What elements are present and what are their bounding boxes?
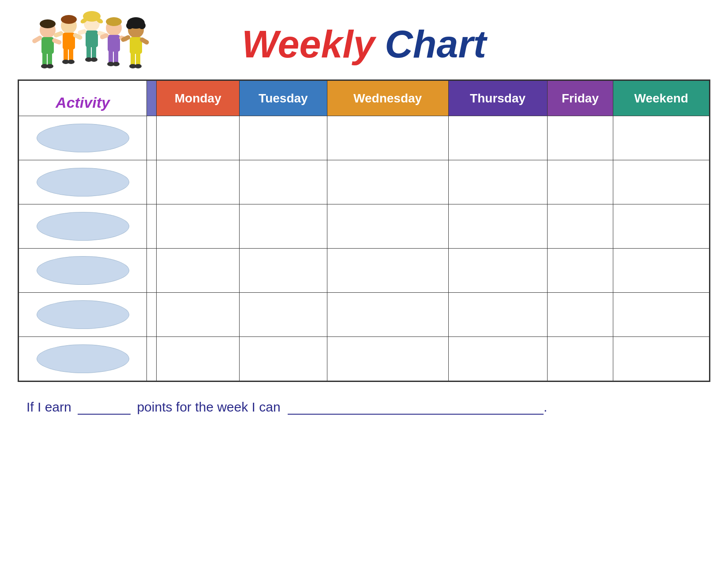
children-illustration: [31, 9, 154, 84]
friday-cell-3[interactable]: [547, 204, 613, 249]
weekend-cell-3[interactable]: [613, 204, 709, 249]
thursday-cell-5[interactable]: [448, 293, 547, 337]
friday-cell-6[interactable]: [547, 337, 613, 381]
svg-point-10: [61, 15, 77, 24]
tuesday-cell-1[interactable]: [240, 116, 327, 160]
title-container: Weekly Chart: [242, 22, 486, 67]
weekend-cell-2[interactable]: [613, 160, 709, 204]
activity-header: Activity: [19, 81, 147, 116]
divider-cell-6: [147, 337, 157, 381]
friday-cell-1[interactable]: [547, 116, 613, 160]
wednesday-cell-5[interactable]: [327, 293, 448, 337]
table-row: [19, 160, 709, 204]
weekend-cell-4[interactable]: [613, 249, 709, 293]
monday-cell-3[interactable]: [157, 204, 240, 249]
divider-cell-2: [147, 160, 157, 204]
table-row: [19, 204, 709, 249]
divider-header: [147, 81, 157, 116]
wednesday-cell-2[interactable]: [327, 160, 448, 204]
divider-cell-5: [147, 293, 157, 337]
wednesday-header: Wednesday: [327, 81, 448, 116]
activity-oval-4: [37, 256, 129, 285]
friday-header: Friday: [547, 81, 613, 116]
tuesday-cell-2[interactable]: [240, 160, 327, 204]
title-weekly: Weekly: [242, 22, 375, 66]
activity-cell-6: [19, 337, 147, 381]
activity-cell-5: [19, 293, 147, 337]
svg-rect-27: [77, 29, 87, 35]
footer: If I earn points for the week I can .: [18, 400, 710, 415]
divider-cell-4: [147, 249, 157, 293]
chart-table: Activity Monday Tuesday Wednesday Thursd…: [19, 80, 709, 381]
header-row: Activity Monday Tuesday Wednesday Thursd…: [19, 81, 709, 116]
table-row: [19, 293, 709, 337]
wednesday-cell-6[interactable]: [327, 337, 448, 381]
tuesday-cell-6[interactable]: [240, 337, 327, 381]
friday-cell-5[interactable]: [547, 293, 613, 337]
monday-cell-5[interactable]: [157, 293, 240, 337]
svg-point-30: [106, 17, 122, 26]
footer-text: If I earn points for the week I can .: [26, 400, 547, 414]
activity-oval-3: [37, 212, 129, 241]
friday-cell-4[interactable]: [547, 249, 613, 293]
activity-oval-6: [37, 344, 129, 373]
tuesday-cell-3[interactable]: [240, 204, 327, 249]
monday-cell-6[interactable]: [157, 337, 240, 381]
footer-text-before-blank2: points for the week I can: [137, 400, 280, 414]
divider-cell-1: [147, 116, 157, 160]
divider-cell-3: [147, 204, 157, 249]
svg-point-46: [135, 64, 142, 68]
tuesday-cell-5[interactable]: [240, 293, 327, 337]
title-chart: Chart: [385, 22, 486, 66]
thursday-cell-1[interactable]: [448, 116, 547, 160]
table-row: [19, 337, 709, 381]
wednesday-cell-3[interactable]: [327, 204, 448, 249]
svg-point-26: [90, 57, 98, 62]
friday-cell-2[interactable]: [547, 160, 613, 204]
activity-label: Activity: [19, 94, 146, 113]
thursday-cell-4[interactable]: [448, 249, 547, 293]
footer-blank-reward[interactable]: [288, 414, 544, 415]
activity-cell-4: [19, 249, 147, 293]
tuesday-header: Tuesday: [240, 81, 327, 116]
svg-point-40: [126, 22, 133, 29]
thursday-header: Thursday: [448, 81, 547, 116]
svg-point-41: [139, 22, 146, 29]
svg-point-6: [46, 64, 53, 68]
chart-wrapper: Activity Monday Tuesday Wednesday Thursd…: [18, 79, 710, 382]
monday-cell-4[interactable]: [157, 249, 240, 293]
svg-point-35: [113, 62, 120, 66]
activity-oval-2: [37, 168, 129, 196]
activity-oval-5: [37, 300, 129, 329]
monday-cell-1[interactable]: [157, 116, 240, 160]
footer-text-before-blank1: If I earn: [26, 400, 71, 414]
tuesday-cell-4[interactable]: [240, 249, 327, 293]
table-row: [19, 249, 709, 293]
table-row: [19, 116, 709, 160]
svg-rect-2: [41, 37, 54, 54]
weekend-cell-5[interactable]: [613, 293, 709, 337]
thursday-cell-3[interactable]: [448, 204, 547, 249]
activity-cell-3: [19, 204, 147, 249]
activity-cell-1: [19, 116, 147, 160]
header: Weekly Chart: [18, 13, 710, 75]
svg-point-1: [40, 19, 56, 28]
svg-rect-7: [31, 35, 43, 44]
activity-oval-1: [37, 124, 129, 152]
weekend-cell-6[interactable]: [613, 337, 709, 381]
svg-rect-31: [108, 35, 120, 52]
weekend-cell-1[interactable]: [613, 116, 709, 160]
monday-cell-2[interactable]: [157, 160, 240, 204]
activity-cell-2: [19, 160, 147, 204]
monday-header: Monday: [157, 81, 240, 116]
svg-point-15: [68, 60, 75, 64]
weekend-header: Weekend: [613, 81, 709, 116]
svg-rect-22: [86, 30, 98, 47]
footer-blank-points[interactable]: [78, 414, 131, 415]
thursday-cell-6[interactable]: [448, 337, 547, 381]
page-container: Weekly Chart Activity Monday Tuesday Wed…: [0, 0, 728, 563]
footer-period: .: [544, 400, 547, 414]
wednesday-cell-4[interactable]: [327, 249, 448, 293]
wednesday-cell-1[interactable]: [327, 116, 448, 160]
thursday-cell-2[interactable]: [448, 160, 547, 204]
